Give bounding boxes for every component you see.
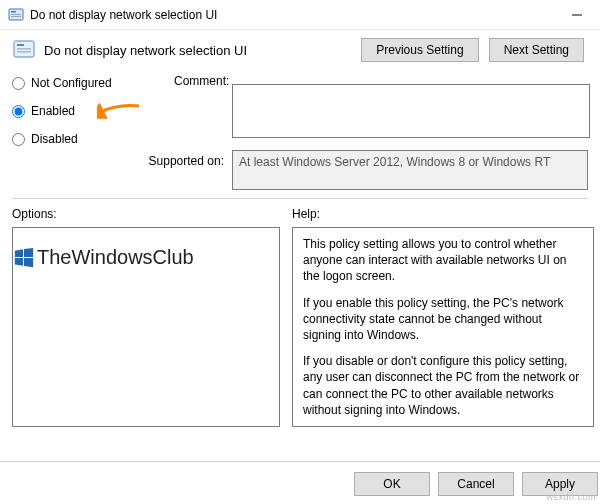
- svg-rect-1: [11, 11, 16, 13]
- watermark-logo: TheWindowsClub: [13, 246, 194, 269]
- comment-textarea[interactable]: [232, 84, 590, 138]
- help-label: Help:: [292, 207, 594, 221]
- page-title: Do not display network selection UI: [44, 43, 353, 58]
- next-setting-button[interactable]: Next Setting: [489, 38, 584, 62]
- help-text-1: This policy setting allows you to contro…: [303, 236, 583, 285]
- previous-setting-button[interactable]: Previous Setting: [361, 38, 478, 62]
- help-panel: This policy setting allows you to contro…: [292, 227, 594, 427]
- cancel-button[interactable]: Cancel: [438, 472, 514, 496]
- radio-not-configured[interactable]: Not Configured: [12, 76, 162, 90]
- dialog-footer: OK Cancel Apply: [0, 461, 600, 496]
- radio-disabled-input[interactable]: [12, 133, 25, 146]
- supported-on-box: At least Windows Server 2012, Windows 8 …: [232, 150, 588, 190]
- help-text-2: If you enable this policy setting, the P…: [303, 295, 583, 344]
- titlebar: Do not display network selection UI: [0, 0, 600, 30]
- policy-icon: [8, 7, 24, 23]
- supported-on-text: At least Windows Server 2012, Windows 8 …: [239, 155, 550, 169]
- ok-button[interactable]: OK: [354, 472, 430, 496]
- radio-not-configured-label: Not Configured: [31, 76, 112, 90]
- annotation-arrow-icon: [97, 102, 141, 122]
- corner-watermark: wsxdn.com: [546, 492, 596, 502]
- radio-not-configured-input[interactable]: [12, 77, 25, 90]
- options-panel: TheWindowsClub: [12, 227, 280, 427]
- radio-enabled-label: Enabled: [31, 104, 75, 118]
- radio-disabled-label: Disabled: [31, 132, 78, 146]
- policy-large-icon: [12, 38, 36, 62]
- svg-rect-8: [17, 51, 31, 53]
- watermark-text: TheWindowsClub: [37, 246, 194, 269]
- minimize-button[interactable]: [554, 0, 600, 30]
- window-title: Do not display network selection UI: [30, 8, 554, 22]
- svg-rect-6: [17, 44, 24, 46]
- svg-rect-3: [11, 16, 21, 17]
- windows-flag-icon: [13, 247, 35, 269]
- help-text-3: If you disable or don't configure this p…: [303, 353, 583, 418]
- options-label: Options:: [12, 207, 280, 221]
- radio-enabled-input[interactable]: [12, 105, 25, 118]
- divider: [12, 198, 588, 199]
- svg-rect-7: [17, 48, 31, 50]
- svg-rect-2: [11, 14, 21, 15]
- radio-disabled[interactable]: Disabled: [12, 132, 162, 146]
